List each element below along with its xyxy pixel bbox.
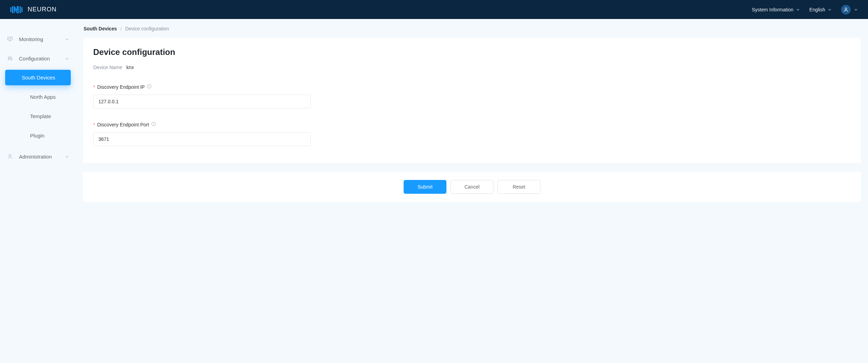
svg-point-9 [9, 154, 11, 156]
sidebar-item-label: Configuration [19, 56, 65, 61]
sidebar-item-north-apps[interactable]: North Apps [3, 87, 73, 106]
reset-button[interactable]: Reset [498, 180, 540, 194]
header-right: System Information English [752, 5, 858, 15]
chevron-down-icon [65, 154, 69, 159]
chevron-down-icon [796, 7, 800, 12]
action-bar: Submit Cancel Reset [83, 172, 861, 202]
sidebar-item-configuration[interactable]: Configuration [0, 49, 76, 68]
language-label: English [809, 7, 825, 12]
user-icon [7, 153, 13, 160]
field-label-row: * Discovery Endpoint Port [93, 122, 311, 127]
svg-rect-1 [12, 6, 13, 13]
field-label: Discovery Endpoint IP [97, 84, 145, 90]
submit-button[interactable]: Submit [404, 180, 446, 194]
required-star-icon: * [93, 122, 95, 127]
sidebar-item-south-devices[interactable]: South Devices [5, 70, 71, 85]
breadcrumb-current: Device configuration [125, 26, 169, 31]
sliders-icon [7, 55, 13, 61]
svg-point-4 [845, 8, 847, 9]
device-name-row: Device Name knx [93, 65, 851, 70]
layout: Monitoring Configuration South Devices [0, 19, 868, 363]
device-configuration-card: Device configuration Device Name knx * D… [83, 38, 861, 163]
system-information-menu[interactable]: System Information [752, 7, 800, 12]
sidebar-item-administration[interactable]: Administration [0, 147, 76, 166]
svg-rect-3 [21, 7, 22, 12]
sidebar-item-label: Administration [19, 154, 65, 160]
field-label-row: * Discovery Endpoint IP [93, 84, 311, 90]
chevron-down-icon [854, 7, 858, 12]
sidebar: Monitoring Configuration South Devices [0, 19, 76, 363]
chevron-up-icon [65, 56, 69, 60]
sidebar-item-monitoring[interactable]: Monitoring [0, 29, 76, 49]
field-discovery-endpoint-ip: * Discovery Endpoint IP [93, 84, 311, 108]
breadcrumb: South Devices / Device configuration [83, 26, 861, 31]
field-discovery-endpoint-port: * Discovery Endpoint Port [93, 122, 311, 146]
brand-name: NEURON [28, 6, 57, 13]
monitoring-icon [7, 36, 13, 42]
cancel-button[interactable]: Cancel [451, 180, 493, 194]
sidebar-item-label: North Apps [30, 94, 56, 100]
sidebar-item-label: Monitoring [19, 36, 65, 42]
page-title: Device configuration [93, 47, 851, 57]
system-information-label: System Information [752, 7, 793, 12]
svg-rect-2 [20, 6, 21, 13]
main-content: South Devices / Device configuration Dev… [76, 19, 868, 363]
device-name-label: Device Name [93, 65, 122, 70]
breadcrumb-root[interactable]: South Devices [84, 26, 117, 31]
svg-rect-0 [10, 7, 11, 12]
device-name-value: knx [126, 65, 134, 70]
breadcrumb-separator: / [120, 26, 122, 31]
sidebar-item-label: Template [30, 113, 51, 119]
sidebar-item-template[interactable]: Template [3, 106, 73, 126]
neuron-logo-icon [10, 6, 24, 13]
svg-point-7 [10, 57, 11, 58]
svg-point-6 [8, 58, 9, 59]
logo-area: NEURON [10, 6, 57, 13]
user-avatar-icon [841, 5, 851, 15]
chevron-down-icon [828, 7, 831, 12]
discovery-endpoint-port-input[interactable] [93, 132, 311, 146]
discovery-endpoint-ip-input[interactable] [93, 95, 311, 108]
info-icon[interactable] [147, 84, 152, 90]
configuration-submenu: South Devices North Apps Template Plugin [0, 68, 76, 147]
user-menu[interactable] [841, 5, 858, 15]
svg-point-8 [11, 59, 12, 60]
sidebar-item-label: South Devices [22, 75, 55, 80]
chevron-down-icon [65, 37, 69, 41]
field-label: Discovery Endpoint Port [97, 122, 149, 127]
info-icon[interactable] [151, 122, 156, 127]
required-star-icon: * [93, 84, 95, 90]
sidebar-item-label: Plugin [30, 133, 45, 138]
app-header: NEURON System Information English [0, 0, 868, 19]
language-menu[interactable]: English [809, 7, 831, 12]
sidebar-item-plugin[interactable]: Plugin [3, 126, 73, 145]
